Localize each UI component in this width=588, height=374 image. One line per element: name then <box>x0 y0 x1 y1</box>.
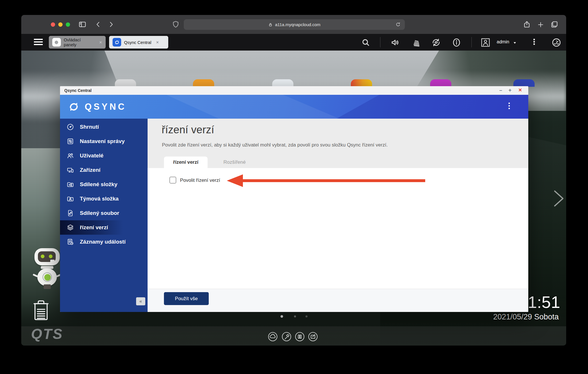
sidebar-item-management-settings[interactable]: Nastavení správy <box>60 134 148 149</box>
page-description: Povolit zde řízení verzí, aby si každý u… <box>162 142 388 148</box>
next-page-chevron-icon[interactable] <box>550 188 566 209</box>
url-bar[interactable]: a11a.myqnapcloud.com <box>184 19 405 30</box>
user-menu-label[interactable]: admin <box>497 39 509 45</box>
sidebar-item-label: Zařízení <box>80 167 100 173</box>
sidebar-toggle-icon[interactable] <box>78 20 87 28</box>
window-maximize-button[interactable]: + <box>508 88 512 93</box>
tab-version-control[interactable]: řízení verzí <box>164 157 208 168</box>
window-close-button[interactable]: ✕ <box>518 88 522 92</box>
desktop-page-dot-active[interactable] <box>281 315 283 318</box>
desktop-app-icon[interactable] <box>351 79 372 87</box>
desktop-app-icon[interactable] <box>115 79 136 87</box>
control-panel-icon <box>52 38 61 47</box>
header-deco-shape <box>318 95 528 119</box>
sidebar-item-version-control[interactable]: řízení verzí <box>60 220 148 235</box>
sidebar-item-team-folder[interactable]: Týmová složka <box>60 192 148 206</box>
sidebar-item-users[interactable]: Uživatelé <box>60 149 148 163</box>
desktop-app-icon[interactable] <box>272 79 293 87</box>
search-icon[interactable] <box>361 38 370 47</box>
taskbar-tab-label: Qsync Central <box>124 40 151 45</box>
browser-window: a11a.myqnapcloud.com <box>21 15 566 346</box>
annotation-arrow-icon <box>227 174 243 187</box>
feedback-icon[interactable] <box>308 331 318 342</box>
privacy-shield-icon[interactable] <box>172 20 180 28</box>
taskbar-options-icon[interactable] <box>533 38 535 46</box>
main-menu-button[interactable] <box>34 39 43 45</box>
event-log-icon <box>67 238 74 246</box>
myqnapcloud-icon[interactable] <box>268 331 278 342</box>
traffic-close-button[interactable] <box>51 22 55 27</box>
window-titlebar[interactable]: Qsync Central – + ✕ <box>60 86 528 95</box>
traffic-zoom-button[interactable] <box>66 22 70 27</box>
enable-version-control-checkbox[interactable] <box>169 177 176 184</box>
header-deco-shape <box>154 95 364 119</box>
share-icon[interactable] <box>523 20 531 29</box>
sidebar-item-event-logs[interactable]: Záznamy událostí <box>60 235 148 249</box>
sidebar-item-label: Sdílený soubor <box>80 210 119 216</box>
utilities-icon[interactable] <box>281 331 292 342</box>
users-icon <box>67 152 74 159</box>
version-control-page: řízení verzí Povolit zde řízení verzí, a… <box>148 119 528 312</box>
sidebar-item-label: řízení verzí <box>80 224 108 231</box>
background-tasks-icon[interactable] <box>412 38 421 47</box>
sidebar-item-shared-folders[interactable]: Sdílené složky <box>60 177 148 192</box>
sidebar-item-label: Uživatelé <box>80 153 103 159</box>
tab-overview-icon[interactable] <box>550 20 558 28</box>
taskbar-divider <box>380 37 380 47</box>
url-text: a11a.myqnapcloud.com <box>275 22 320 27</box>
qsync-sidebar: Shrnutí Nastavení správy Uživatelé Zaříz… <box>60 119 148 312</box>
sidebar-item-label: Sdílené složky <box>80 181 117 188</box>
qts-os-logo: QTS <box>31 326 63 342</box>
lock-icon <box>268 22 273 27</box>
browser-toolbar: a11a.myqnapcloud.com <box>21 15 566 34</box>
back-icon[interactable] <box>94 21 102 28</box>
user-avatar-icon[interactable] <box>480 37 491 48</box>
new-tab-icon[interactable] <box>537 21 544 28</box>
desktop-page-dot[interactable] <box>305 315 307 317</box>
info-icon[interactable] <box>452 38 461 47</box>
header-options-icon[interactable] <box>508 101 510 110</box>
team-folder-icon <box>67 195 74 203</box>
window-minimize-button[interactable]: – <box>499 88 502 93</box>
annotation-arrow-shaft <box>242 179 425 182</box>
apply-all-button[interactable]: Použít vše <box>164 292 209 305</box>
recycle-bin-icon[interactable] <box>30 296 52 324</box>
traffic-minimize-button[interactable] <box>58 22 63 27</box>
layers-icon <box>67 224 74 231</box>
window-title: Qsync Central <box>64 88 92 93</box>
tab-panel: Povolit řízení verzí <box>148 168 528 289</box>
reload-icon[interactable] <box>395 22 401 27</box>
sliders-icon <box>67 138 74 145</box>
sidebar-item-label: Týmová složka <box>80 196 119 202</box>
qts-desktop: QTS 1:51 2021/05/29 Sobota <box>21 51 566 346</box>
shared-file-icon <box>67 209 74 217</box>
tab-advanced[interactable]: Rozšířené <box>213 157 256 168</box>
device-sync-icon[interactable] <box>431 38 441 47</box>
close-tab-icon[interactable]: ✕ <box>99 40 102 45</box>
taskbar-tab-label: Ovládací panely <box>64 37 94 47</box>
desktop-page-dot[interactable] <box>294 315 296 317</box>
sidebar-collapse-button[interactable]: « <box>136 297 145 305</box>
sidebar-item-summary[interactable]: Shrnutí <box>60 120 148 134</box>
devices-icon <box>67 166 74 174</box>
sidebar-item-label: Nastavení správy <box>80 138 125 144</box>
taskbar-tab-qsync-central[interactable]: Qsync Central ✕ <box>109 36 168 49</box>
close-tab-icon[interactable]: ✕ <box>156 40 159 45</box>
desktop-app-icon[interactable] <box>430 79 451 87</box>
taskbar-divider <box>471 37 472 47</box>
volume-icon[interactable] <box>390 38 400 47</box>
sidebar-item-devices[interactable]: Zařízení <box>60 163 148 177</box>
gauge-icon <box>67 123 74 131</box>
desktop-clock: 1:51 <box>528 292 560 312</box>
qsync-brand-text: QSYNC <box>85 102 126 112</box>
desktop-app-icon[interactable] <box>193 79 214 87</box>
enable-version-control-label: Povolit řízení verzí <box>180 178 220 183</box>
sidebar-item-shared-file[interactable]: Sdílený soubor <box>60 206 148 220</box>
taskbar-tab-control-panel[interactable]: Ovládací panely ✕ <box>49 36 106 49</box>
forward-icon[interactable] <box>107 21 115 28</box>
manual-icon[interactable] <box>295 331 305 342</box>
page-title: řízení verzí <box>162 124 214 136</box>
desktop-app-icon[interactable] <box>513 79 535 87</box>
screen: a11a.myqnapcloud.com <box>0 0 588 374</box>
dashboard-gauge-icon[interactable] <box>551 37 562 48</box>
